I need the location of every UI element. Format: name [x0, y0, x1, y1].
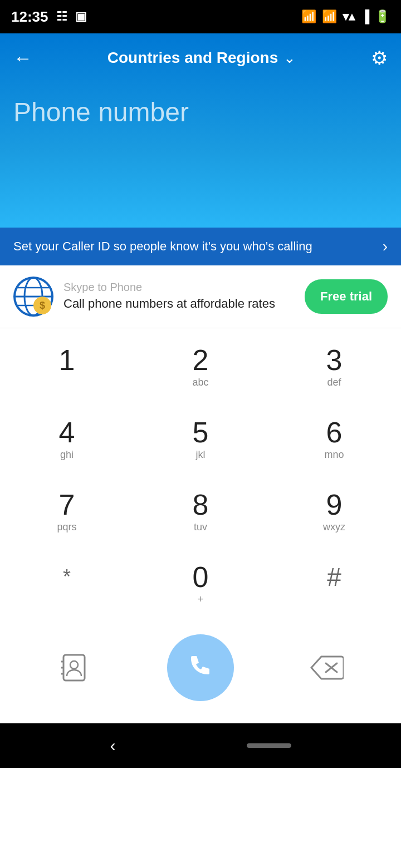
phone-number-placeholder: Phone number [13, 97, 189, 127]
dialpad-key-7[interactable]: 7 pqrs [11, 479, 123, 545]
chevron-right-icon: › [383, 238, 388, 255]
key-number-3: 3 [326, 346, 343, 374]
status-right: 📶 📶 ▾▴ ▐ 🔋 [301, 9, 390, 24]
key-number-0: 0 [193, 563, 209, 591]
dialpad-key-1[interactable]: 1 [11, 334, 123, 401]
skype-promo-section: $ Skype to Phone Call phone numbers at a… [0, 265, 401, 328]
caller-id-banner[interactable]: Set your Caller ID so people know it's y… [0, 228, 401, 265]
dialpad: 1 2 abc 3 def 4 ghi 5 jkl 6 mno 7 pqrs [0, 328, 401, 618]
dialpad-key-8[interactable]: 8 tuv [145, 479, 256, 545]
key-number-5: 5 [193, 418, 209, 447]
dialpad-key-4[interactable]: 4 ghi [11, 406, 123, 473]
dialpad-key-5[interactable]: 5 jkl [145, 406, 256, 473]
key-number-6: 6 [326, 418, 343, 447]
header: ← Countries and Regions ⌄ ⚙ Phone number [0, 33, 401, 228]
time: 12:35 [11, 8, 48, 26]
settings-button[interactable]: ⚙ [371, 47, 388, 69]
dialpad-row-1: 1 2 abc 3 def [0, 334, 401, 401]
key-number-4: 4 [59, 418, 75, 447]
key-number-star: * [63, 567, 71, 587]
camera-icon: ▣ [75, 9, 87, 24]
svg-text:$: $ [40, 300, 45, 311]
title-row: Countries and Regions ⌄ [107, 49, 296, 67]
status-bar: 12:35 ☷ ▣ 📶 📶 ▾▴ ▐ 🔋 [0, 0, 401, 33]
back-button[interactable]: ← [13, 47, 32, 69]
dialpad-row-4: * 0 + # [0, 551, 401, 618]
contacts-button[interactable] [18, 640, 130, 696]
dialpad-key-3[interactable]: 3 def [278, 334, 390, 401]
dialpad-row-3: 7 pqrs 8 tuv 9 wxyz [0, 479, 401, 545]
dialpad-key-star[interactable]: * [11, 551, 123, 618]
free-trial-button[interactable]: Free trial [305, 279, 388, 314]
dialpad-key-2[interactable]: 2 abc [145, 334, 256, 401]
bluetooth-icon: 📶 [301, 9, 316, 24]
dialpad-key-9[interactable]: 9 wxyz [278, 479, 390, 545]
skype-to-phone-icon: $ [13, 277, 53, 317]
nav-home-indicator[interactable] [247, 743, 291, 748]
nav-bar: ‹ [0, 723, 401, 768]
dialpad-actions [0, 623, 401, 718]
signal-icon: ▐ [360, 9, 369, 24]
skype-promo-label: Skype to Phone [63, 281, 295, 294]
key-number-9: 9 [326, 490, 343, 519]
key-number-1: 1 [59, 346, 75, 374]
phone-number-display: Phone number [13, 86, 388, 228]
header-top: ← Countries and Regions ⌄ ⚙ [13, 47, 388, 69]
message-icon: ☷ [56, 9, 67, 24]
key-number-7: 7 [59, 490, 75, 519]
caller-id-text: Set your Caller ID so people know it's y… [13, 239, 383, 254]
status-left: 12:35 ☷ ▣ [11, 8, 87, 26]
svg-rect-7 [63, 655, 85, 680]
contacts-icon [59, 653, 89, 683]
dialpad-key-hash[interactable]: # [278, 551, 390, 618]
chevron-down-icon[interactable]: ⌄ [283, 50, 296, 67]
wifi-icon: ▾▴ [343, 9, 355, 24]
skype-promo-text: Skype to Phone Call phone numbers at aff… [63, 281, 295, 312]
page-title: Countries and Regions [107, 49, 278, 67]
skype-promo-desc: Call phone numbers at affordable rates [63, 296, 295, 312]
key-number-2: 2 [193, 346, 209, 374]
nav-back-button[interactable]: ‹ [110, 736, 116, 755]
dialpad-row-2: 4 ghi 5 jkl 6 mno [0, 406, 401, 473]
backspace-icon [310, 655, 344, 680]
call-icon [185, 653, 216, 683]
vibrate-icon: 📶 [322, 9, 337, 24]
dialpad-key-6[interactable]: 6 mno [278, 406, 390, 473]
key-number-hash: # [327, 564, 341, 590]
dialpad-key-0[interactable]: 0 + [145, 551, 256, 618]
battery-icon: 🔋 [375, 9, 390, 24]
delete-button[interactable] [271, 640, 383, 696]
gear-icon: ⚙ [371, 47, 388, 68]
call-button[interactable] [167, 634, 234, 701]
svg-point-11 [70, 661, 78, 669]
key-number-8: 8 [193, 490, 209, 519]
